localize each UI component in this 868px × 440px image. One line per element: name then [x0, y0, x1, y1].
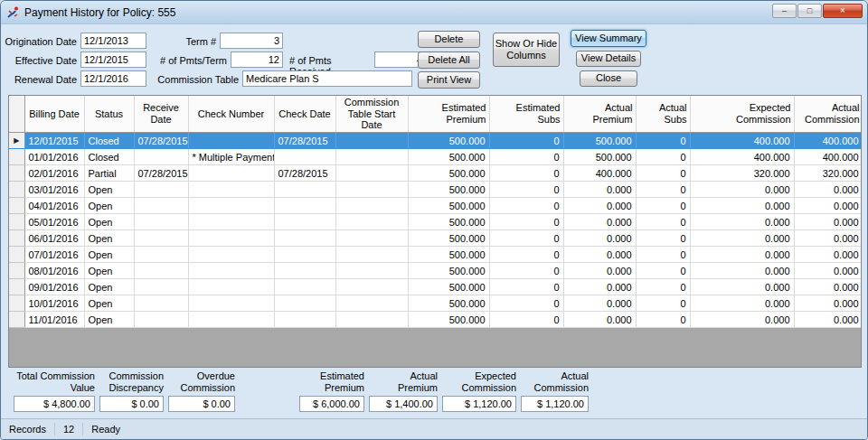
row-selector[interactable] [9, 263, 24, 279]
grid-cell[interactable]: 0 [636, 279, 690, 295]
grid-cell[interactable]: 0 [636, 295, 690, 312]
grid-cell[interactable]: 0.000 [563, 198, 636, 214]
renewal-date-field[interactable] [80, 70, 146, 87]
grid-cell[interactable]: 0.000 [794, 182, 862, 198]
grid-cell[interactable]: 04/01/2016 [24, 198, 84, 214]
row-selector[interactable] [9, 165, 24, 182]
grid-cell[interactable]: Open [84, 279, 134, 295]
grid-column-header[interactable]: Check Number [188, 96, 274, 133]
grid-cell[interactable] [134, 295, 188, 312]
row-selector[interactable] [9, 247, 24, 263]
grid-cell[interactable] [134, 214, 188, 230]
grid-cell[interactable]: 0.000 [563, 230, 636, 247]
grid-cell[interactable] [335, 230, 408, 247]
grid-cell[interactable]: 500.000 [408, 295, 489, 312]
grid-cell[interactable]: 07/28/2015 [274, 165, 335, 182]
grid-cell[interactable]: 0.000 [794, 312, 862, 328]
grid-cell[interactable] [134, 312, 188, 328]
grid-cell[interactable]: Open [84, 214, 134, 230]
grid-cell[interactable] [335, 149, 408, 165]
grid-cell[interactable] [274, 198, 335, 214]
grid-cell[interactable]: 0.000 [563, 182, 636, 198]
grid-cell[interactable]: 0.000 [563, 312, 636, 328]
grid-cell[interactable]: 0.000 [794, 263, 862, 279]
grid-cell[interactable]: 400.000 [794, 133, 862, 149]
minimize-icon[interactable]: – [772, 4, 797, 18]
grid-cell[interactable]: 0.000 [794, 214, 862, 230]
grid-cell[interactable] [134, 279, 188, 295]
grid-cell[interactable]: Open [84, 295, 134, 312]
grid-cell[interactable]: 0.000 [563, 214, 636, 230]
grid-cell[interactable] [335, 312, 408, 328]
grid-cell[interactable]: 06/01/2016 [24, 230, 84, 247]
grid-cell[interactable]: 500.000 [408, 279, 489, 295]
grid-cell[interactable]: 07/01/2016 [24, 247, 84, 263]
grid-cell[interactable]: 07/28/2015 [134, 133, 188, 149]
grid-column-header[interactable]: Estimated Premium [408, 96, 489, 133]
grid-cell[interactable] [188, 165, 274, 182]
grid-row[interactable]: 02/01/2016Partial07/28/201507/28/2015500… [9, 165, 862, 182]
grid-cell[interactable]: 0.000 [794, 230, 862, 247]
grid-cell[interactable] [188, 214, 274, 230]
grid-cell[interactable]: Partial [84, 165, 134, 182]
grid-cell[interactable]: 0.000 [563, 263, 636, 279]
grid-cell[interactable]: 08/01/2016 [24, 263, 84, 279]
grid-cell[interactable] [274, 295, 335, 312]
grid-cell[interactable]: Open [84, 230, 134, 247]
grid-cell[interactable]: 07/28/2015 [274, 133, 335, 149]
view-details-button[interactable]: View Details [576, 51, 641, 67]
grid-cell[interactable] [274, 263, 335, 279]
grid-cell[interactable] [274, 312, 335, 328]
grid-cell[interactable]: 0 [489, 230, 563, 247]
row-selector[interactable] [9, 182, 24, 198]
grid-cell[interactable]: 0 [636, 133, 690, 149]
grid-cell[interactable] [335, 279, 408, 295]
grid-cell[interactable]: 500.000 [408, 198, 489, 214]
grid-row[interactable]: 01/01/2016Closed* Multiple Payments *500… [9, 149, 862, 165]
grid-cell[interactable] [335, 165, 408, 182]
grid-cell[interactable]: 07/28/2015 [134, 165, 188, 182]
summary-value[interactable] [99, 396, 164, 412]
grid-cell[interactable]: 0.000 [563, 247, 636, 263]
grid-row[interactable]: 05/01/2016Open500.00000.00000.0000.000 [9, 214, 862, 230]
grid-row[interactable]: 11/01/2016Open500.00000.00000.0000.000 [9, 312, 862, 328]
grid-cell[interactable]: 0.000 [690, 312, 794, 328]
grid-cell[interactable]: 500.000 [408, 312, 489, 328]
grid-cell[interactable]: 0 [489, 247, 563, 263]
row-selector[interactable] [9, 279, 24, 295]
grid-cell[interactable] [335, 182, 408, 198]
grid-cell[interactable]: 10/01/2016 [24, 295, 84, 312]
grid-cell[interactable]: 0 [489, 279, 563, 295]
grid-cell[interactable]: 0.000 [690, 214, 794, 230]
row-selector[interactable] [9, 149, 24, 165]
grid-cell[interactable] [134, 230, 188, 247]
pmts-per-term-field[interactable] [231, 51, 283, 68]
grid-cell[interactable]: 0 [636, 247, 690, 263]
grid-cell[interactable]: 02/01/2016 [24, 165, 84, 182]
grid-cell[interactable] [335, 247, 408, 263]
row-selector[interactable] [9, 230, 24, 247]
grid-cell[interactable]: 500.000 [408, 165, 489, 182]
grid-cell[interactable]: 0 [636, 263, 690, 279]
grid-cell[interactable]: Open [84, 263, 134, 279]
grid-cell[interactable] [134, 263, 188, 279]
row-selector[interactable] [9, 198, 24, 214]
grid-cell[interactable]: 0.000 [794, 295, 862, 312]
grid-cell[interactable]: 0 [636, 230, 690, 247]
grid-cell[interactable]: 500.000 [563, 133, 636, 149]
grid-cell[interactable]: 0 [489, 263, 563, 279]
grid-cell[interactable]: 500.000 [563, 149, 636, 165]
grid-cell[interactable] [274, 247, 335, 263]
grid-cell[interactable]: 0.000 [794, 198, 862, 214]
grid-cell[interactable]: 0 [489, 133, 563, 149]
view-summary-button[interactable]: View Summary [571, 30, 646, 47]
grid-cell[interactable]: * Multiple Payments * [188, 149, 274, 165]
grid-cell[interactable]: 0.000 [690, 295, 794, 312]
grid-column-header[interactable]: Status [84, 96, 134, 133]
grid-cell[interactable]: Open [84, 198, 134, 214]
maximize-icon[interactable]: □ [797, 4, 822, 18]
summary-value[interactable] [14, 396, 95, 412]
grid-column-header[interactable]: Estimated Subs [489, 96, 563, 133]
grid-cell[interactable]: 0.000 [690, 247, 794, 263]
grid-cell[interactable]: 0.000 [563, 295, 636, 312]
